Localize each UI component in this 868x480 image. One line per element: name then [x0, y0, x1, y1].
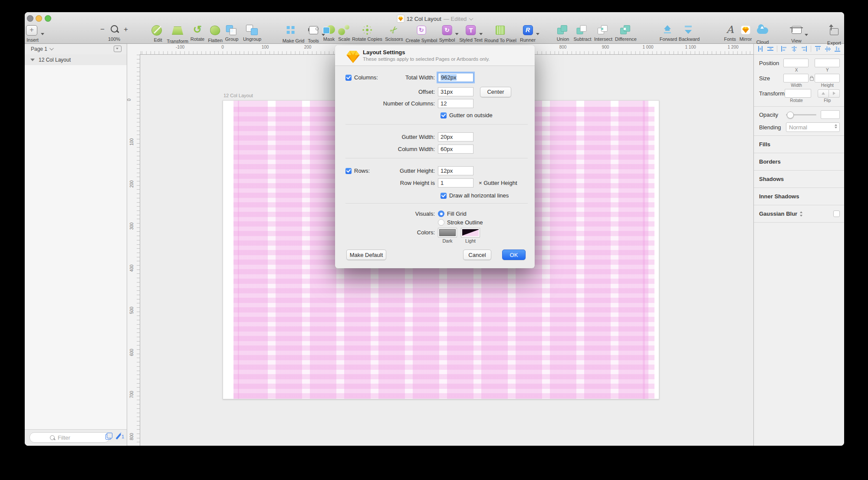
toolbar-item-runner[interactable]: R Runner [520, 24, 536, 43]
section-inner-shadows[interactable]: Inner Shadows [759, 191, 840, 201]
artboard-label[interactable]: 12 Col Layout [224, 93, 253, 98]
center-button[interactable]: Center [480, 87, 511, 97]
toolbar-item-create-symbol[interactable]: ↻ Create Symbol [406, 24, 437, 43]
toolbar-item-round-to-pixel[interactable]: Round To Pixel [484, 24, 516, 43]
gutter-on-outside-label: Gutter on outside [449, 112, 493, 118]
toolbar-item-make-grid[interactable]: Make Grid [283, 24, 305, 43]
divider [777, 46, 777, 52]
height-field[interactable] [815, 74, 840, 82]
draw-lines-row[interactable]: Draw all horizontal lines [441, 191, 509, 200]
pencil-icon[interactable] [115, 434, 121, 440]
number-of-columns-field[interactable]: 12 [438, 99, 473, 108]
y-field[interactable] [815, 59, 840, 67]
layer-item-artboard[interactable]: 12 Col Layout [25, 54, 127, 65]
toolbar-item-tools[interactable]: Tools [307, 24, 320, 43]
toolbar-item-edit[interactable]: Edit [151, 24, 164, 43]
offset-field[interactable]: 31px [438, 87, 473, 96]
toolbar-item-rotate[interactable]: ↺ Rotate [191, 24, 204, 42]
toolbar-item-insert[interactable]: + Insert [26, 24, 39, 43]
x-field[interactable] [783, 59, 809, 67]
align-middle-vertical-icon[interactable] [825, 46, 831, 52]
x-sublabel: X [784, 68, 809, 72]
toolbar-item-styled-text[interactable]: T Styled Text [459, 24, 483, 43]
section-shadows[interactable]: Shadows [759, 174, 840, 184]
page-panel-icon[interactable] [114, 46, 122, 52]
zoom-out-icon[interactable]: − [100, 25, 105, 34]
make-default-button[interactable]: Make Default [346, 250, 386, 260]
zoom-window-button[interactable] [45, 15, 51, 22]
total-width-field[interactable]: 962px [438, 73, 473, 82]
distribute-horizontally-icon[interactable] [757, 46, 763, 52]
toolbar-item-intersect[interactable]: Intersect [594, 24, 612, 42]
divider [754, 205, 844, 205]
gutter-width-field[interactable]: 20px [438, 132, 473, 141]
lock-icon[interactable] [810, 77, 814, 81]
toolbar-item-cloud[interactable]: Cloud [756, 24, 769, 45]
ruler-label: 0 [127, 99, 132, 101]
align-bottom-icon[interactable] [835, 46, 841, 52]
minimize-button[interactable] [36, 15, 42, 22]
divider [754, 187, 844, 188]
toolbar-item-view[interactable]: View [790, 24, 803, 43]
light-color-swatch[interactable] [461, 228, 480, 237]
stepper-icon[interactable] [800, 211, 803, 217]
toolbar-item-union[interactable]: Union [556, 24, 569, 42]
toolbar-item-transform[interactable]: Transform [167, 24, 188, 44]
filter-field[interactable] [30, 432, 109, 443]
pages-toggle-icon[interactable] [105, 434, 111, 440]
fill-grid-radio[interactable] [438, 210, 444, 217]
align-left-icon[interactable] [781, 46, 787, 52]
toolbar-item-scale[interactable]: Scale [338, 24, 351, 42]
align-right-icon[interactable] [801, 46, 807, 52]
toolbar-item-forward[interactable]: Forward [660, 24, 677, 42]
column-width-field[interactable]: 60px [438, 145, 473, 154]
chevron-down-icon [41, 33, 44, 35]
toolbar-item-difference[interactable]: Difference [615, 24, 637, 42]
gutter-height-field[interactable]: 12px [438, 166, 473, 175]
opacity-slider[interactable] [786, 114, 816, 115]
toolbar-item-export[interactable]: Export [827, 24, 841, 46]
toolbar-item-symbol[interactable]: ↻ Symbol [439, 24, 455, 43]
gutter-outside-row[interactable]: Gutter on outside [441, 111, 493, 120]
distribute-vertically-icon[interactable] [767, 46, 773, 52]
disclosure-triangle-icon[interactable] [30, 59, 35, 61]
toolbar-item-backward[interactable]: Backward [679, 24, 700, 42]
toolbar-item-mirror[interactable]: Mirror [739, 24, 752, 42]
opacity-field[interactable] [821, 110, 840, 119]
toolbar-item-flatten[interactable]: Flatten [208, 24, 223, 43]
ok-button[interactable]: OK [502, 250, 526, 260]
ruler-label: 800 [559, 45, 567, 49]
section-borders[interactable]: Borders [759, 157, 840, 167]
toolbar-item-mask[interactable]: Mask [322, 24, 335, 42]
title-chevron-icon[interactable] [469, 16, 473, 20]
row-height-field[interactable]: 1 [438, 178, 473, 187]
toolbar-item-zoom[interactable]: − + 100% [100, 24, 128, 42]
toolbar-item-rotate-copies[interactable]: Rotate Copies [352, 24, 382, 42]
gutter-on-outside-checkbox[interactable] [441, 112, 447, 118]
section-fills[interactable]: Fills [759, 139, 840, 149]
divider [345, 203, 528, 204]
blending-select[interactable]: Normal [786, 122, 840, 132]
toolbar-item-group[interactable]: Group [225, 24, 239, 42]
dark-color-swatch[interactable] [438, 228, 457, 237]
cancel-button[interactable]: Cancel [463, 250, 491, 260]
flip-vertical-button[interactable] [829, 89, 840, 98]
toolbar-item-fonts[interactable]: A Fonts [723, 24, 736, 42]
slider-knob[interactable] [787, 112, 794, 118]
gaussian-blur-checkbox[interactable] [833, 210, 840, 217]
toolbar-item-scissors[interactable]: ✂ Scissors [385, 24, 403, 42]
stroke-outline-radio[interactable] [438, 219, 444, 226]
align-center-horizontal-icon[interactable] [791, 46, 797, 52]
close-button[interactable] [27, 15, 33, 22]
align-top-icon[interactable] [815, 46, 821, 52]
toolbar-item-ungroup[interactable]: Ungroup [243, 24, 261, 42]
width-field[interactable] [783, 74, 809, 82]
fill-grid-label: Fill Grid [447, 210, 467, 217]
draw-all-horizontal-lines-checkbox[interactable] [441, 193, 447, 199]
rotate-field[interactable] [785, 89, 811, 98]
flip-horizontal-button[interactable] [818, 89, 829, 98]
toolbar-item-subtract[interactable]: Subtract [574, 24, 592, 42]
zoom-in-icon[interactable]: + [124, 25, 128, 34]
filter-input[interactable] [57, 434, 89, 441]
page-selector[interactable]: Page 1 [25, 43, 127, 55]
